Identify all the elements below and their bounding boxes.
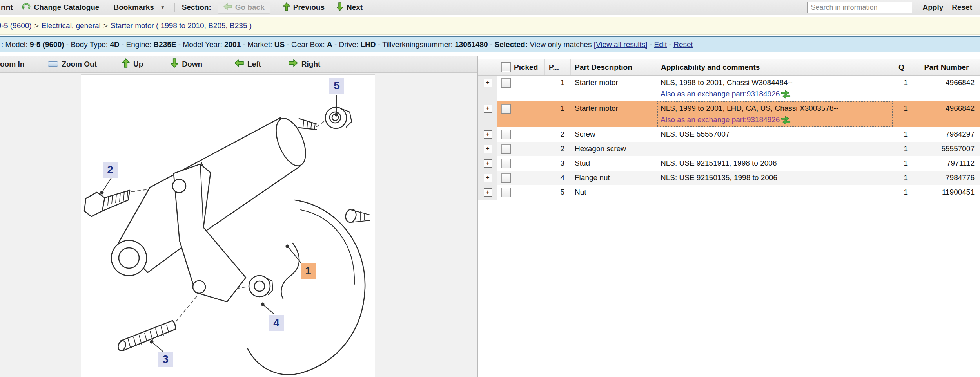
arrow-right-icon	[289, 59, 298, 69]
picked-checkbox[interactable]	[501, 144, 511, 154]
reset-button[interactable]: Reset	[952, 3, 972, 12]
callout-5[interactable]: 5	[329, 78, 344, 94]
vehicle-info-text: : Model: 9-5 (9600) - Body Type: 4D - En…	[1, 40, 693, 49]
select-all-checkbox[interactable]	[501, 62, 511, 72]
expand-icon[interactable]: +	[484, 174, 492, 182]
position-cell: 1	[545, 101, 571, 127]
picked-cell	[497, 171, 545, 185]
info-segment: - Tillverkningsnummer:	[376, 40, 455, 49]
description-cell: Hexagon screw	[571, 142, 657, 156]
toolbar-separator	[174, 3, 175, 12]
expand-icon[interactable]: +	[484, 159, 492, 168]
expand-icon[interactable]: +	[484, 105, 492, 113]
applicability-cell	[657, 142, 893, 156]
expand-icon[interactable]: +	[484, 145, 492, 153]
picked-checkbox[interactable]	[501, 78, 511, 88]
info-segment: - Market:	[241, 40, 274, 49]
toolbar-separator	[802, 3, 802, 12]
reset-selection-link[interactable]: Reset	[673, 40, 693, 49]
part-number-column-header: Part Number	[913, 59, 980, 75]
next-button[interactable]: Next	[336, 2, 363, 13]
info-segment: 13051480	[455, 40, 488, 49]
exchange-part-link[interactable]: Also as an exchange part:93184926	[661, 115, 892, 125]
info-segment: 4D	[110, 40, 119, 49]
info-segment: - Drive:	[332, 40, 361, 49]
expand-icon[interactable]: +	[484, 130, 492, 139]
change-catalogue-button[interactable]: Change Catalogue	[21, 2, 100, 13]
breadcrumb-link-section[interactable]: Electrical, general	[42, 22, 101, 30]
info-segment: : Model:	[1, 40, 30, 49]
arrow-down-icon	[336, 2, 343, 13]
pan-down-button[interactable]: Down	[171, 58, 202, 70]
exchange-part-icon	[781, 116, 791, 125]
info-segment: US	[274, 40, 285, 49]
zoom-in-button[interactable]: oom In	[0, 60, 24, 69]
table-row[interactable]: +2Hexagon screw155557007	[478, 142, 980, 156]
quantity-cell: 1	[893, 127, 913, 142]
bookmarks-menu[interactable]: Bookmarks ▼	[113, 3, 165, 12]
table-row[interactable]: +3StudNLS: USE 92151911, 1998 to 2006179…	[478, 156, 980, 171]
picked-checkbox[interactable]	[501, 159, 511, 168]
callout-2[interactable]: 2	[103, 162, 118, 178]
view-all-results-link[interactable]: [View all results]	[594, 40, 648, 49]
info-segment: -	[667, 40, 673, 49]
parts-table-header: Picked P... Part Description Applicabili…	[478, 59, 980, 76]
picked-checkbox[interactable]	[501, 173, 511, 183]
table-row[interactable]: +4Flange nutNLS: USE 92150135, 1998 to 2…	[478, 171, 980, 185]
callout-3[interactable]: 3	[158, 352, 173, 367]
picked-checkbox[interactable]	[501, 104, 511, 114]
pan-left-button[interactable]: Left	[234, 59, 261, 69]
info-segment: - Body Type:	[64, 40, 110, 49]
applicability-text: NLS: USE 92150135, 1998 to 2006	[661, 173, 893, 183]
expand-icon[interactable]: +	[484, 188, 492, 197]
go-back-label: Go back	[235, 3, 265, 12]
apply-button[interactable]: Apply	[922, 3, 943, 12]
quantity-cell: 1	[893, 171, 913, 185]
expand-icon[interactable]: +	[484, 79, 492, 87]
applicability-cell: NLS: USE 92150135, 1998 to 2006	[657, 171, 893, 185]
search-input[interactable]	[807, 2, 912, 13]
callout-4[interactable]: 4	[269, 315, 284, 331]
info-segment: 2001	[224, 40, 241, 49]
table-row[interactable]: +1Starter motorNLS, 1998 to 2001, Chassi…	[478, 76, 980, 101]
quantity-cell: 1	[893, 76, 913, 101]
part-number-cell: 4966842	[913, 76, 980, 101]
next-label: Next	[347, 3, 363, 12]
expand-cell: +	[478, 76, 497, 101]
exchange-part-link[interactable]: Also as an exchange part:93184926	[661, 89, 893, 99]
picked-cell	[497, 156, 545, 171]
expand-cell: +	[478, 101, 497, 127]
parts-table-body: +1Starter motorNLS, 1998 to 2001, Chassi…	[478, 76, 980, 200]
picked-checkbox[interactable]	[501, 188, 511, 197]
table-row[interactable]: +2ScrewNLS: USE 5555700717984297	[478, 127, 980, 142]
arrow-down-icon	[171, 58, 178, 70]
table-row[interactable]: +1Starter motorNLS, 1999 to 2001, LHD, C…	[478, 101, 980, 127]
info-segment: 9-5 (9600)	[30, 40, 64, 49]
quantity-cell: 1	[893, 142, 913, 156]
breadcrumb-link-subsection[interactable]: Starter motor ( 1998 to 2010, B205, B235…	[111, 22, 252, 30]
edit-link[interactable]: Edit	[654, 40, 667, 49]
part-number-cell: 4966842	[913, 101, 980, 127]
info-segment: -	[488, 40, 495, 49]
info-segment: - Engine:	[120, 40, 154, 49]
section-label: Section:	[182, 3, 211, 12]
info-segment: Selected:	[495, 40, 528, 49]
zoom-out-icon	[48, 61, 58, 67]
callout-1[interactable]: 1	[301, 263, 316, 279]
breadcrumb-separator: >	[103, 22, 108, 30]
quantity-cell: 1	[893, 101, 913, 127]
zoom-out-button[interactable]: Zoom Out	[48, 60, 97, 69]
pan-right-button[interactable]: Right	[289, 59, 321, 69]
table-row[interactable]: +5Nut111900451	[478, 185, 980, 200]
breadcrumb-link-model[interactable]: 9-5 (9600)	[0, 22, 32, 30]
go-back-button[interactable]: Go back	[218, 2, 270, 14]
top-toolbar: rint Change Catalogue Bookmarks ▼ Sectio…	[0, 0, 980, 15]
part-number-cell: 7984776	[913, 171, 980, 185]
change-catalogue-icon	[21, 2, 31, 13]
picked-checkbox[interactable]	[501, 130, 511, 139]
diagram-canvas[interactable]: 52143	[81, 74, 375, 377]
previous-button[interactable]: Previous	[283, 2, 325, 13]
print-button[interactable]: rint	[1, 3, 13, 12]
pan-up-button[interactable]: Up	[122, 58, 143, 70]
arrow-up-icon	[283, 2, 290, 13]
